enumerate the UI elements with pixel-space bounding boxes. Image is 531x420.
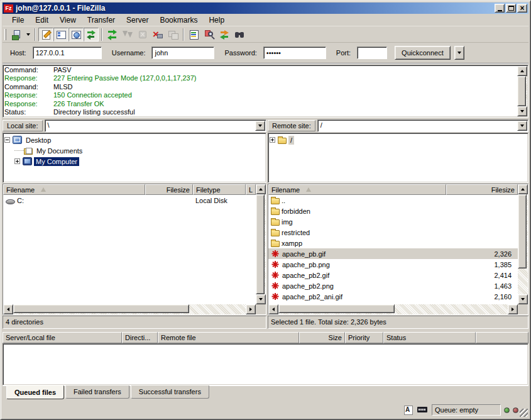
reconnect-button[interactable]	[165, 28, 180, 41]
synchronized-browsing-button[interactable]	[217, 28, 232, 41]
column-header-filetype[interactable]: Filetype	[193, 184, 246, 195]
combo-dropdown-button[interactable]	[255, 121, 265, 131]
scrollbar-thumb[interactable]	[256, 194, 265, 294]
column-header-filesize[interactable]: Filesize	[145, 184, 193, 195]
tab-failed-transfers[interactable]: Failed transfers	[65, 385, 129, 399]
minimize-button[interactable]	[495, 4, 505, 13]
expand-icon[interactable]	[270, 137, 275, 143]
find-files-button[interactable]	[232, 28, 247, 41]
quickconnect-button[interactable]: Quickconnect	[395, 46, 451, 60]
log-lines: Command:PASV Response:227 Entering Passi…	[4, 66, 515, 116]
process-queue-button[interactable]	[120, 28, 135, 41]
file-row[interactable]: xampp	[268, 238, 518, 248]
scroll-down-icon[interactable]	[517, 106, 527, 116]
collapse-icon[interactable]	[4, 137, 10, 143]
refresh-button[interactable]	[105, 28, 120, 41]
data-type-ascii-icon[interactable]	[403, 405, 414, 415]
remote-vertical-scrollbar[interactable]	[518, 184, 528, 304]
maximize-button[interactable]	[506, 4, 516, 13]
file-row-selected[interactable]: apache_pb.gif 2,326	[268, 248, 518, 259]
file-row[interactable]: img	[268, 216, 518, 227]
username-input[interactable]	[151, 47, 214, 59]
toggle-local-tree-button[interactable]	[53, 28, 68, 41]
local-horizontal-scrollbar[interactable]	[3, 304, 256, 314]
folder-icon	[271, 219, 280, 226]
menu-edit[interactable]: Edit	[30, 14, 54, 26]
local-site-label: Local site:	[3, 120, 43, 131]
file-row[interactable]: ..	[268, 195, 518, 206]
password-input[interactable]	[263, 47, 326, 59]
tree-item-my-computer[interactable]: My Computer	[4, 156, 266, 167]
column-header-direction[interactable]: Directi...	[122, 332, 158, 343]
column-header-status[interactable]: Status	[383, 332, 476, 343]
scroll-down-icon[interactable]	[256, 294, 266, 304]
scrollbar-thumb[interactable]	[518, 194, 527, 268]
menu-transfer[interactable]: Transfer	[82, 14, 121, 26]
toggle-message-log-button[interactable]	[38, 28, 53, 41]
column-header-filename[interactable]: Filename	[268, 184, 446, 195]
toggle-remote-tree-button[interactable]	[68, 28, 84, 41]
file-row[interactable]: apache_pb2.png 1,463	[268, 280, 518, 291]
menu-server[interactable]: Server	[121, 14, 154, 26]
cancel-button[interactable]	[135, 28, 150, 41]
toggle-transfer-queue-button[interactable]	[84, 28, 99, 41]
menu-help[interactable]: Help	[203, 14, 230, 26]
folder-icon	[271, 198, 280, 204]
cancel-icon	[138, 30, 148, 40]
close-button[interactable]: ×	[517, 4, 527, 13]
file-row[interactable]: apache_pb2.gif 2,414	[268, 270, 518, 280]
indicator-badge-icon[interactable]	[417, 405, 429, 415]
scroll-up-icon[interactable]	[518, 184, 528, 194]
resize-grip[interactable]	[520, 409, 528, 417]
tree-item-root[interactable]: /	[270, 135, 528, 145]
log-scrollbar[interactable]	[517, 66, 527, 116]
remote-horizontal-scrollbar[interactable]	[268, 304, 518, 314]
host-input[interactable]	[33, 47, 102, 59]
column-header-priority[interactable]: Priority	[345, 332, 383, 343]
desktop-icon	[13, 136, 22, 144]
queue-tabs: Queued files Failed transfers Successful…	[3, 385, 528, 401]
column-header-size[interactable]: Size	[299, 332, 345, 343]
tab-queued-files[interactable]: Queued files	[6, 385, 64, 399]
remote-site-combobox[interactable]: /	[317, 119, 528, 132]
menu-file[interactable]: File	[6, 14, 30, 26]
remote-list-header: Filename Filesize	[268, 184, 518, 195]
expand-icon[interactable]	[14, 158, 20, 164]
scroll-up-icon[interactable]	[517, 66, 527, 76]
scroll-down-icon[interactable]	[518, 294, 528, 304]
column-header-filename[interactable]: Filename	[3, 184, 145, 195]
scroll-left-icon[interactable]	[3, 304, 13, 314]
menu-bookmarks[interactable]: Bookmarks	[154, 14, 203, 26]
scrollbar-thumb[interactable]	[517, 76, 526, 106]
file-row[interactable]: restricted	[268, 227, 518, 238]
scroll-up-icon[interactable]	[256, 184, 266, 194]
binoculars-icon	[234, 30, 244, 40]
scrollbar-thumb[interactable]	[278, 304, 395, 313]
file-row[interactable]: apache_pb2_ani.gif 2,160	[268, 291, 518, 302]
directory-comparison-button[interactable]	[202, 28, 217, 41]
scroll-right-icon[interactable]	[246, 304, 256, 314]
local-site-combobox[interactable]: \	[45, 119, 266, 132]
site-manager-dropdown[interactable]	[24, 28, 32, 41]
quickconnect-dropdown[interactable]	[454, 46, 464, 60]
column-header-server-local-file[interactable]: Server/Local file	[3, 332, 122, 343]
tab-successful-transfers[interactable]: Successful transfers	[131, 385, 209, 399]
combo-dropdown-button[interactable]	[517, 121, 527, 131]
tree-item-desktop[interactable]: Desktop	[4, 135, 266, 145]
file-row[interactable]: apache_pb.png 1,385	[268, 259, 518, 270]
column-header-remote-file[interactable]: Remote file	[158, 332, 299, 343]
column-header-filesize[interactable]: Filesize	[446, 184, 518, 195]
column-header-lastmodified[interactable]: L	[246, 184, 256, 195]
tree-item-my-documents[interactable]: My Documents	[4, 145, 266, 156]
disconnect-button[interactable]	[150, 28, 165, 41]
menu-view[interactable]: View	[54, 14, 82, 26]
filter-button[interactable]	[187, 28, 202, 41]
site-manager-button[interactable]	[9, 28, 24, 41]
file-row[interactable]: C: Local Disk	[3, 195, 256, 206]
local-vertical-scrollbar[interactable]	[256, 184, 266, 304]
scrollbar-thumb[interactable]	[13, 304, 189, 313]
scroll-left-icon[interactable]	[268, 304, 278, 314]
file-row[interactable]: forbidden	[268, 206, 518, 216]
scroll-right-icon[interactable]	[508, 304, 518, 314]
port-input[interactable]	[357, 47, 387, 59]
